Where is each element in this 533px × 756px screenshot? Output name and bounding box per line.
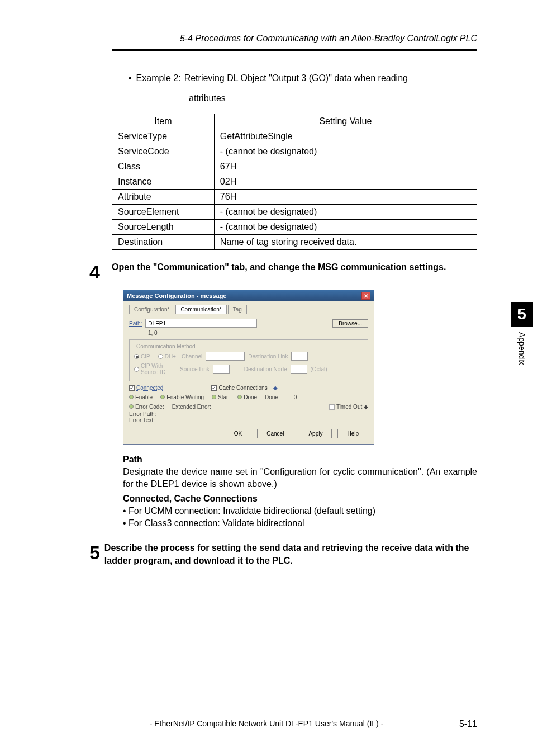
tab-communication[interactable]: Communication*	[175, 305, 226, 314]
apply-button[interactable]: Apply	[299, 429, 332, 438]
section-header: 5-4 Procedures for Communicating with an…	[112, 34, 477, 51]
example-line2: attributes	[189, 93, 477, 103]
side-tab: 5 Appendix	[511, 302, 533, 365]
step-text: Open the "Communication" tab, and change…	[112, 261, 446, 273]
dialog-title-text: Message Configuration - message	[127, 292, 227, 299]
message-config-dialog: Message Configuration - message ✕ Config…	[123, 290, 374, 445]
connected-label: Connected	[136, 385, 163, 391]
step-text: Describe the process for setting the sen…	[104, 542, 477, 567]
status-dot-icon	[237, 395, 242, 399]
status-dot-icon	[129, 395, 134, 399]
table-row: Attribute76H	[112, 190, 477, 205]
step-number: 4	[89, 261, 112, 283]
ok-button[interactable]: OK	[225, 429, 251, 438]
cache-checkbox[interactable]: ✓	[211, 385, 217, 391]
step-4: 4 Open the "Communication" tab, and chan…	[112, 261, 477, 283]
path-text: Designate the device name set in "Config…	[123, 466, 477, 490]
radio-cip-with[interactable]	[134, 367, 139, 372]
dest-node-input[interactable]	[291, 365, 307, 374]
example-label: Example 2:	[136, 73, 181, 83]
th-value: Setting Value	[214, 114, 477, 129]
radio-cip[interactable]	[134, 354, 139, 359]
path-heading: Path	[123, 455, 477, 465]
tab-configuration[interactable]: Configuration*	[129, 305, 174, 314]
step-number: 5	[89, 542, 104, 564]
path-label: Path:	[129, 320, 142, 327]
th-item: Item	[112, 114, 215, 129]
cancel-button[interactable]: Cancel	[257, 429, 293, 438]
chapter-label: Appendix	[517, 332, 526, 365]
settings-table: Item Setting Value ServiceTypeGetAttribu…	[112, 114, 477, 250]
table-row: SourceLength- (cannot be designated)	[112, 220, 477, 235]
close-icon[interactable]: ✕	[361, 292, 370, 300]
page-number: 5-11	[459, 719, 477, 729]
table-row: Class67H	[112, 159, 477, 174]
path-sub: 1, 0	[148, 330, 368, 336]
arrow-icon: ◆	[273, 385, 278, 391]
status-dot-icon	[212, 395, 216, 399]
example-line1: Retrieving DL Object "Output 3 (GO)" dat…	[184, 73, 408, 83]
chapter-number: 5	[511, 302, 533, 327]
status-dot-icon	[160, 395, 165, 399]
example-block: • Example 2: Retrieving DL Object "Outpu…	[112, 73, 477, 103]
path-input[interactable]	[145, 319, 257, 328]
conn-bullet-1: • For UCMM connection: Invalidate bidire…	[123, 505, 477, 517]
browse-button[interactable]: Browse...	[332, 319, 368, 328]
bullet: •	[129, 73, 132, 83]
table-row: SourceElement- (cannot be designated)	[112, 205, 477, 220]
dest-link-input[interactable]	[291, 352, 308, 361]
connected-heading: Connected, Cache Connections	[123, 494, 477, 504]
tab-tag[interactable]: Tag	[228, 305, 247, 314]
error-text: Error Text:	[129, 417, 368, 423]
cache-label: Cache Connections	[218, 385, 267, 391]
table-row: ServiceTypeGetAttributeSingle	[112, 129, 477, 144]
radio-dh[interactable]	[158, 354, 163, 359]
timed-out-checkbox[interactable]	[329, 404, 335, 410]
conn-bullet-2: • For Class3 connection: Validate bidire…	[123, 517, 477, 530]
channel-select[interactable]	[206, 352, 245, 361]
help-button[interactable]: Help	[337, 429, 368, 438]
source-link-input[interactable]	[213, 365, 230, 374]
step-5: 5 Describe the process for setting the s…	[112, 542, 477, 567]
table-row: Instance02H	[112, 174, 477, 190]
footer-text: - EtherNet/IP Compatible Network Unit DL…	[0, 719, 533, 728]
error-path: Error Path:	[129, 411, 368, 417]
table-row: ServiceCode- (cannot be designated)	[112, 144, 477, 159]
table-row: DestinationName of tag storing received …	[112, 235, 477, 250]
status-dot-icon	[129, 404, 134, 409]
connected-checkbox[interactable]: ✓	[129, 385, 135, 391]
comm-method-label: Communication Method	[134, 343, 198, 349]
